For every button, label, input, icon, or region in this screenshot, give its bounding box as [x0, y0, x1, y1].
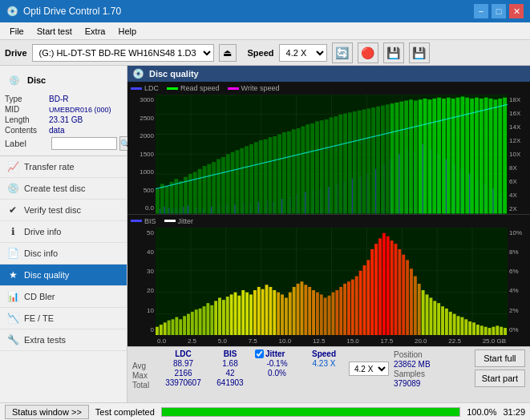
- speed-col: Speed 4.23 X: [304, 349, 344, 392]
- x-label-175: 17.5: [381, 337, 394, 345]
- disc-label-input[interactable]: [51, 137, 117, 150]
- jitter-checkbox[interactable]: [255, 349, 264, 358]
- menu-file[interactable]: File: [3, 25, 30, 38]
- svg-rect-133: [484, 98, 488, 214]
- sidebar-item-verify-test-disc[interactable]: ✔ Verify test disc: [0, 200, 127, 221]
- action-btn-2[interactable]: 💾: [383, 42, 404, 63]
- svg-rect-89: [277, 135, 281, 214]
- svg-rect-173: [234, 292, 237, 335]
- svg-rect-171: [226, 297, 229, 335]
- sidebar-item-create-test-disc[interactable]: 💿 Create test disc: [0, 178, 127, 200]
- disc-info-icon: 📄: [6, 247, 19, 260]
- svg-rect-110: [376, 107, 380, 214]
- svg-rect-88: [273, 136, 277, 214]
- position-col: Position 23862 MB Samples 379089: [394, 349, 450, 388]
- svg-rect-188: [293, 286, 296, 335]
- sidebar-item-cd-bler[interactable]: 📊 CD Bler: [0, 286, 127, 308]
- minimize-button[interactable]: −: [474, 4, 488, 18]
- sidebar-item-transfer-rate[interactable]: 📈 Transfer rate: [0, 156, 127, 178]
- start-part-button[interactable]: Start part: [475, 370, 525, 387]
- speed-select[interactable]: 4.2 X: [279, 44, 327, 62]
- sidebar-item-fe-te[interactable]: 📉 FE / TE: [0, 308, 127, 329]
- y-label-0: 0.0: [145, 204, 154, 212]
- svg-rect-183: [273, 290, 276, 335]
- svg-rect-117: [409, 99, 413, 213]
- bis-col: BIS 1.68 42 641903: [210, 349, 250, 387]
- svg-rect-201: [343, 283, 346, 335]
- action-btn-3[interactable]: 💾: [409, 42, 430, 63]
- by-right-8: 8%: [509, 248, 519, 256]
- menu-help[interactable]: Help: [111, 25, 143, 38]
- y-right-10x: 10X: [509, 151, 520, 158]
- by-right-0: 0%: [509, 326, 519, 333]
- disc-icon: 💿: [5, 71, 24, 90]
- svg-rect-90: [282, 132, 286, 213]
- menu-extra[interactable]: Extra: [79, 25, 112, 38]
- disc-contents-row: Contents data: [5, 126, 122, 135]
- close-button[interactable]: ✕: [509, 4, 524, 18]
- y-right-14x: 14X: [509, 123, 520, 131]
- sidebar-item-disc-quality[interactable]: ★ Disc quality: [0, 265, 127, 286]
- status-text: Test completed: [95, 407, 155, 417]
- sidebar-item-extra-tests[interactable]: 🔧 Extra tests: [0, 329, 127, 351]
- svg-rect-120: [423, 99, 427, 214]
- svg-rect-221: [422, 290, 425, 335]
- titlebar: 💿 Opti Drive Control 1.70 − □ ✕: [0, 0, 530, 22]
- top-chart-body: 3000 2500 2000 1500 1000 500 0.0: [127, 95, 530, 214]
- right-panel: 💿 Disc quality LDC Read speed: [127, 66, 530, 402]
- menubar: File Start test Extra Help: [0, 22, 530, 40]
- transfer-rate-icon: 📈: [6, 160, 19, 173]
- svg-rect-128: [460, 96, 464, 213]
- svg-rect-225: [437, 303, 440, 335]
- svg-rect-207: [366, 260, 370, 335]
- maximize-button[interactable]: □: [492, 4, 506, 18]
- svg-rect-85: [259, 140, 263, 214]
- refresh-button[interactable]: 🔄: [332, 42, 353, 63]
- total-label: Total: [132, 381, 156, 390]
- disc-label-label: Label: [5, 139, 49, 148]
- progress-bar: [161, 407, 460, 417]
- svg-rect-177: [249, 294, 253, 335]
- menu-start-test[interactable]: Start test: [30, 25, 79, 38]
- start-full-button[interactable]: Start full: [475, 349, 525, 367]
- svg-rect-115: [399, 102, 403, 214]
- svg-rect-190: [300, 281, 303, 335]
- svg-rect-217: [406, 260, 409, 335]
- sidebar-item-disc-info[interactable]: 📄 Disc info: [0, 243, 127, 265]
- disc-type-value: BD-R: [49, 95, 68, 103]
- svg-rect-126: [451, 99, 455, 214]
- y-right-16x: 16X: [509, 110, 520, 117]
- y-label-500: 500: [144, 187, 154, 194]
- svg-rect-113: [390, 103, 394, 213]
- svg-rect-64: [160, 184, 164, 213]
- action-btn-1[interactable]: 🔴: [358, 42, 378, 63]
- disc-mid-value: UMEBDR016 (000): [49, 106, 111, 114]
- svg-rect-95: [305, 124, 310, 213]
- disc-length-value: 23.31 GB: [49, 115, 83, 124]
- svg-rect-109: [371, 107, 375, 213]
- disc-section-title: Disc: [27, 75, 46, 85]
- svg-rect-159: [179, 319, 182, 335]
- speed-label: Speed: [248, 48, 274, 58]
- svg-rect-105: [353, 111, 357, 213]
- top-y-axis-left: 3000 2500 2000 1500 1000 500 0.0: [127, 95, 156, 214]
- svg-rect-137: [503, 98, 507, 214]
- sidebar-item-extra-tests-label: Extra tests: [24, 335, 66, 345]
- svg-rect-93: [297, 128, 301, 213]
- sidebar-item-drive-info-label: Drive info: [24, 227, 61, 236]
- drive-eject-button[interactable]: ⏏: [219, 44, 237, 62]
- svg-rect-230: [457, 316, 460, 335]
- drive-select[interactable]: (G:) HL-DT-ST BD-RE WH16NS48 1.D3: [32, 44, 214, 62]
- svg-rect-82: [245, 146, 249, 213]
- sidebar-item-drive-info[interactable]: ℹ Drive info: [0, 221, 127, 243]
- disc-info-section: 💿 Disc Type BD-R MID UMEBDR016 (000) Len…: [0, 66, 127, 156]
- chart-speed-select[interactable]: 4.2 X: [349, 361, 389, 376]
- x-label-0: 0.0: [157, 337, 166, 345]
- disc-contents-value: data: [49, 126, 64, 135]
- disc-contents-label: Contents: [5, 126, 49, 135]
- status-window-button[interactable]: Status window >>: [5, 405, 89, 419]
- svg-rect-130: [470, 99, 474, 214]
- x-axis-labels: 0.0 2.5 5.0 7.5 10.0 12.5 15.0 17.5 20.0…: [156, 335, 508, 346]
- y-label-2000: 2000: [140, 132, 154, 139]
- svg-rect-238: [488, 328, 492, 335]
